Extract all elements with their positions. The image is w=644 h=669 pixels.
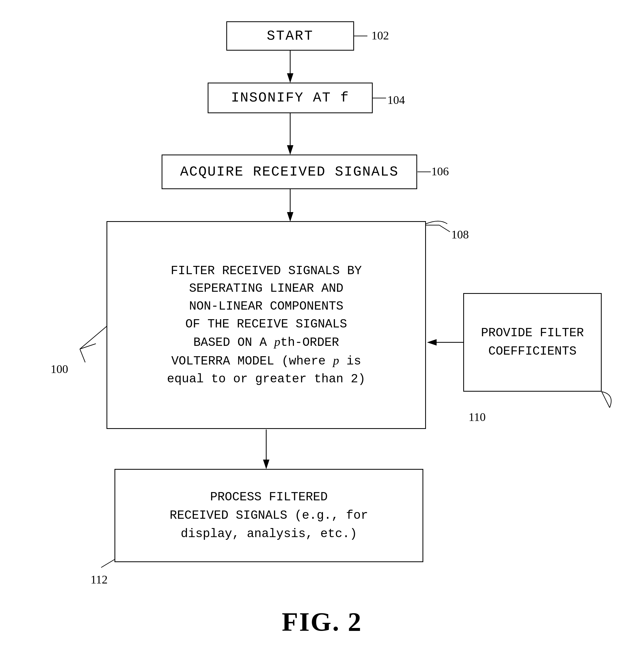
provide-line1: PROVIDE FILTER: [481, 324, 584, 342]
process-line3: display, analysis, etc.): [170, 525, 368, 543]
svg-line-14: [80, 344, 96, 349]
start-label: START: [267, 28, 313, 44]
acquire-label: ACQUIRE RECEIVED SIGNALS: [180, 164, 399, 180]
provide-box: PROVIDE FILTER COEFFICIENTS: [463, 293, 602, 392]
filter-line6: VOLTERRA MODEL (where p is: [167, 352, 365, 370]
process-line1: PROCESS FILTERED: [170, 488, 368, 507]
filter-box: FILTER RECEIVED SIGNALS BY SEPERATING LI…: [106, 221, 426, 429]
process-line2: RECEIVED SIGNALS (e.g., for: [170, 507, 368, 525]
filter-line1: FILTER RECEIVED SIGNALS BY: [167, 262, 365, 280]
filter-line5: BASED ON A pth-ORDER: [167, 333, 365, 352]
filter-text: FILTER RECEIVED SIGNALS BY SEPERATING LI…: [167, 262, 365, 388]
svg-line-10: [439, 225, 450, 232]
svg-line-15: [80, 349, 85, 362]
provide-text: PROVIDE FILTER COEFFICIENTS: [481, 324, 584, 361]
ref-112: 112: [90, 573, 107, 586]
process-text: PROCESS FILTERED RECEIVED SIGNALS (e.g.,…: [170, 488, 368, 543]
insonify-box: INSONIFY AT f: [208, 83, 373, 113]
filter-line3: NON-LINEAR COMPONENTS: [167, 298, 365, 315]
ref-100: 100: [50, 362, 68, 376]
figure-caption: FIG. 2: [282, 607, 362, 637]
ref-108: 108: [451, 228, 469, 241]
provide-line2: COEFFICIENTS: [481, 342, 584, 361]
insonify-label: INSONIFY AT f: [231, 90, 350, 106]
ref-106: 106: [431, 165, 449, 178]
acquire-box: ACQUIRE RECEIVED SIGNALS: [162, 155, 417, 189]
filter-line2: SEPERATING LINEAR AND: [167, 280, 365, 298]
filter-line4: OF THE RECEIVE SIGNALS: [167, 315, 365, 333]
ref-102: 102: [371, 29, 389, 42]
process-box: PROCESS FILTERED RECEIVED SIGNALS (e.g.,…: [115, 469, 423, 562]
svg-line-12: [101, 559, 115, 568]
diagram: START 102 INSONIFY AT f 104 ACQUIRE RECE…: [0, 0, 644, 669]
filter-line7: equal to or greater than 2): [167, 370, 365, 388]
start-box: START: [226, 21, 354, 51]
ref-104: 104: [387, 93, 405, 107]
svg-line-11: [602, 392, 610, 408]
ref-110: 110: [469, 410, 486, 424]
